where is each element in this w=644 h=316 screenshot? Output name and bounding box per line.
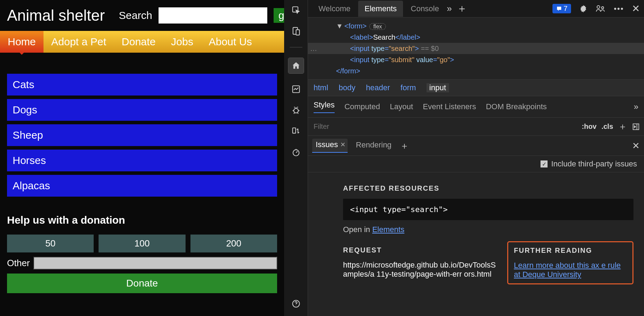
donation-amount-button[interactable]: 200 [190, 235, 277, 252]
issues-count-badge[interactable]: 7 [552, 4, 571, 13]
donation-other-label: Other [7, 258, 30, 269]
dom-node[interactable]: </form> [336, 65, 644, 77]
request-url: https://microsoftedge.github ub.io/DevTo… [343, 261, 497, 279]
issues-count: 7 [564, 5, 568, 13]
nav-item-adopt[interactable]: Adopt a Pet [43, 31, 114, 53]
further-reading-heading: FURTHER READING [514, 246, 627, 255]
add-tab-icon[interactable]: ＋ [457, 1, 467, 16]
list-item[interactable]: Cats [7, 74, 277, 96]
crumb-input[interactable]: input [427, 83, 449, 92]
svg-rect-5 [293, 128, 296, 133]
donate-button[interactable]: Donate [7, 274, 277, 293]
nav-item-donate[interactable]: Donate [114, 31, 163, 53]
further-reading-link[interactable]: Learn more about this ax e rule at Deque… [514, 261, 627, 279]
donation-heading: Help us with a donation [7, 214, 277, 226]
subtab-event-listeners[interactable]: Event Listeners [423, 102, 476, 111]
search-input[interactable] [159, 7, 267, 24]
help-icon[interactable] [291, 298, 301, 309]
list-item[interactable]: Alpacas [7, 175, 277, 197]
inspect-element-icon[interactable] [291, 5, 301, 15]
hov-toggle[interactable]: :hov [582, 123, 596, 131]
devtools-toolbar [284, 0, 308, 316]
crumb-html[interactable]: html [314, 83, 328, 92]
svg-point-4 [294, 108, 298, 113]
tab-welcome[interactable]: Welcome [312, 1, 357, 17]
svg-point-8 [597, 6, 600, 8]
close-drawer-icon[interactable]: ✕ [632, 140, 640, 151]
website-pane: Animal shelter Search go Home Adopt a Pe… [0, 0, 284, 316]
animal-list: Cats Dogs Sheep Horses Alpacas [0, 53, 284, 204]
add-drawer-tab-icon[interactable]: ＋ [400, 140, 409, 152]
list-item[interactable]: Sheep [7, 124, 277, 146]
dom-node[interactable]: <label>Search</label> [336, 32, 644, 43]
ellipsis-icon: … [310, 43, 317, 54]
nav-item-about[interactable]: About Us [201, 31, 260, 53]
search-form: Search go [119, 7, 295, 24]
donation-amount-button[interactable]: 100 [99, 235, 185, 252]
issue-details: AFFECTED RESOURCES <input type="search">… [308, 172, 644, 291]
bug-icon[interactable] [291, 105, 301, 116]
dom-node[interactable]: ▼<form>flex [336, 20, 644, 32]
crumb-body[interactable]: body [339, 83, 356, 92]
drawer-tab-issues[interactable]: Issues ✕ [312, 139, 348, 153]
dom-node[interactable]: <input type="submit" value="go"> [336, 54, 644, 65]
request-section: REQUEST https://microsoftedge.github ub.… [343, 241, 497, 284]
drawer-tab-bar: Issues ✕ Rendering ＋ ✕ [308, 136, 644, 156]
nav-item-home[interactable]: Home [0, 31, 43, 53]
subtab-layout[interactable]: Layout [390, 102, 413, 111]
subtab-computed[interactable]: Computed [344, 102, 380, 111]
donation-amount-button[interactable]: 50 [7, 235, 94, 252]
open-in-elements-link[interactable]: Elements [372, 225, 404, 234]
drawer-tab-rendering[interactable]: Rendering [355, 139, 393, 152]
crumb-header[interactable]: header [366, 83, 390, 92]
main-nav: Home Adopt a Pet Donate Jobs About Us [0, 31, 284, 53]
new-style-rule-icon[interactable]: ＋ [618, 120, 627, 133]
close-tab-icon[interactable]: ✕ [340, 141, 346, 149]
subtab-dom-breakpoints[interactable]: DOM Breakpoints [486, 102, 547, 111]
nav-item-jobs[interactable]: Jobs [163, 31, 201, 53]
more-icon[interactable]: ••• [614, 4, 624, 13]
styles-filter-input[interactable] [312, 121, 577, 132]
styles-toolbar: :hov .cls ＋ [308, 118, 644, 136]
third-party-checkbox[interactable]: ✓ [541, 160, 548, 167]
styles-tab-bar: Styles Computed Layout Event Listeners D… [308, 96, 644, 118]
cls-toggle[interactable]: .cls [602, 123, 613, 131]
performance-icon[interactable] [291, 147, 301, 158]
tab-elements[interactable]: Elements [358, 1, 403, 17]
network-conditions-icon[interactable] [291, 126, 301, 137]
list-item[interactable]: Dogs [7, 99, 277, 121]
devtools-tab-bar: Welcome Elements Console » ＋ 7 ••• ✕ [308, 0, 644, 18]
more-subtabs-icon[interactable]: » [634, 102, 638, 112]
donation-other-input[interactable] [33, 257, 277, 269]
device-toggle-icon[interactable] [291, 26, 301, 37]
third-party-label: Include third-party issues [551, 159, 637, 169]
open-in-row: Open in Elements [343, 225, 633, 234]
donation-section: Help us with a donation 50 100 200 Other… [0, 204, 284, 293]
site-title: Animal shelter [7, 7, 105, 24]
subtab-styles[interactable]: Styles [314, 100, 335, 113]
list-item[interactable]: Horses [7, 150, 277, 171]
site-header: Animal shelter Search go [0, 0, 284, 31]
disclosure-triangle-icon[interactable]: ▼ [336, 22, 343, 30]
svg-point-9 [602, 7, 604, 9]
breadcrumb: html body header form input [308, 79, 644, 96]
request-heading: REQUEST [343, 246, 497, 254]
search-label: Search [119, 9, 152, 21]
svg-rect-2 [296, 30, 300, 35]
console-reference: == $0 [421, 45, 439, 52]
donation-other-row: Other [7, 257, 277, 269]
tab-console[interactable]: Console [404, 1, 445, 17]
flex-badge[interactable]: flex [369, 23, 386, 30]
crumb-form[interactable]: form [401, 83, 416, 92]
donation-amount-row: 50 100 200 [7, 235, 277, 252]
dom-tree[interactable]: ▼<form>flex <label>Search</label> … <inp… [308, 18, 644, 79]
more-tabs-icon[interactable]: » [447, 3, 452, 14]
gear-icon[interactable] [579, 4, 588, 13]
dom-node-selected[interactable]: … <input type="search"> == $0 [308, 43, 644, 54]
home-tool-icon[interactable] [288, 58, 304, 73]
affected-code-block[interactable]: <input type="search"> [343, 199, 633, 220]
toggle-sidebar-icon[interactable] [632, 123, 640, 131]
close-icon[interactable]: ✕ [632, 3, 640, 14]
feedback-icon[interactable] [596, 4, 606, 13]
three-d-view-icon[interactable] [291, 84, 301, 94]
